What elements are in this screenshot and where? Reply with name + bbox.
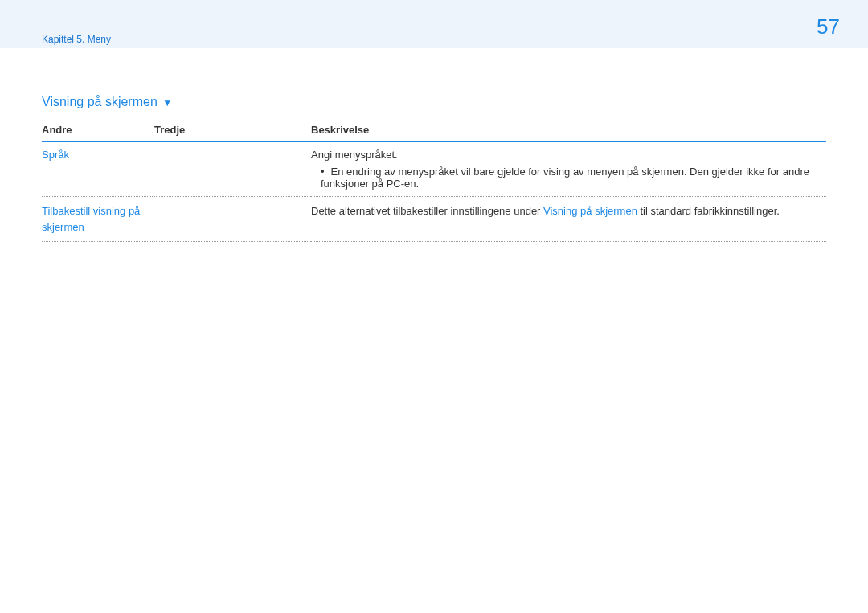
settings-table: Andre Tredje Beskrivelse Språk Angi meny…: [42, 119, 826, 242]
table-header-row: Andre Tredje Beskrivelse: [42, 119, 826, 142]
cell-beskrivelse-2: Dette alternativet tilbakestiller innsti…: [311, 197, 826, 242]
cell-andre-tilbakestill: Tilbakestill visning på skjermen: [42, 197, 154, 242]
section-title: Visning på skjermen ▼: [42, 95, 826, 109]
desc-text-1: Angi menyspråket.: [311, 149, 398, 161]
header-beskrivelse: Beskrivelse: [311, 119, 826, 142]
cell-tredje-1: [154, 142, 311, 197]
desc-part2: til standard fabrikkinnstillinger.: [637, 205, 780, 217]
cell-andre-sprak: Språk: [42, 142, 154, 197]
table-row: Tilbakestill visning på skjermen Dette a…: [42, 197, 826, 242]
breadcrumb: Kapittel 5. Meny: [42, 34, 111, 45]
header-tredje: Tredje: [154, 119, 311, 142]
header-andre: Andre: [42, 119, 154, 142]
andre-line2: skjermen: [42, 221, 84, 233]
cell-beskrivelse-1: Angi menyspråket. En endring av menysprå…: [311, 142, 826, 197]
desc-bullet-1: En endring av menyspråket vil bare gjeld…: [321, 166, 826, 190]
section-title-arrow-icon: ▼: [162, 97, 172, 108]
section-title-text: Visning på skjermen: [42, 95, 158, 108]
desc-part1: Dette alternativet tilbakestiller innsti…: [311, 205, 543, 217]
desc-link: Visning på skjermen: [543, 205, 637, 217]
andre-line1: Tilbakestill visning på: [42, 205, 140, 217]
cell-tredje-2: [154, 197, 311, 242]
content-area: Visning på skjermen ▼ Andre Tredje Beskr…: [0, 48, 868, 242]
header-band: Kapittel 5. Meny 57: [0, 0, 868, 48]
table-row: Språk Angi menyspråket. En endring av me…: [42, 142, 826, 197]
page-number: 57: [817, 14, 840, 39]
